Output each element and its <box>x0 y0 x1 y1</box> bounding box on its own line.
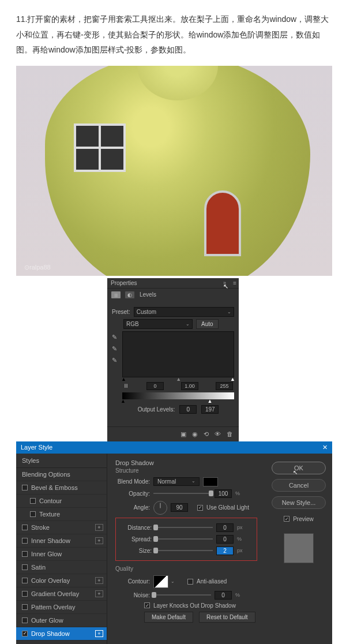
reset-default-button[interactable]: Reset to Default <box>199 612 255 623</box>
noise-field[interactable]: 0 <box>215 591 232 600</box>
bevel-emboss-item[interactable]: Bevel & Emboss <box>16 481 107 495</box>
angle-field[interactable]: 90 <box>171 503 188 512</box>
gradient-overlay-item[interactable]: Gradient Overlay+ <box>16 587 107 601</box>
noise-slider[interactable] <box>153 594 211 596</box>
global-light-checkbox[interactable] <box>197 505 203 511</box>
preview-swatch <box>284 533 314 563</box>
blend-mode-dropdown[interactable]: Normal⌄ <box>153 477 200 486</box>
add-icon[interactable]: + <box>95 524 103 531</box>
eyedropper-gray-icon[interactable]: ✎ <box>112 345 119 352</box>
new-style-button[interactable]: New Style... <box>272 496 326 509</box>
checkbox[interactable] <box>22 578 28 583</box>
distance-field[interactable]: 0 <box>216 523 234 532</box>
distance-slider[interactable] <box>155 527 213 528</box>
size-slider[interactable] <box>155 550 213 551</box>
output-black-field[interactable]: 0 <box>179 405 197 414</box>
input-white-field[interactable]: 255 <box>216 382 233 390</box>
contour-picker[interactable] <box>153 575 168 588</box>
color-overlay-item[interactable]: Color Overlay+ <box>16 574 107 587</box>
checkbox[interactable] <box>22 617 28 623</box>
input-black-field[interactable]: 0 <box>146 382 164 390</box>
output-white-field[interactable]: 197 <box>201 405 219 414</box>
styles-list: Styles Blending Options Bevel & Emboss C… <box>16 454 107 644</box>
drop-shadow-item[interactable]: Drop Shadow+ <box>16 627 107 641</box>
add-icon[interactable]: + <box>95 577 103 584</box>
antialiased-checkbox[interactable] <box>187 579 193 585</box>
outer-glow-item[interactable]: Outer Glow <box>16 614 107 627</box>
global-light-label: Use Global Light <box>206 504 249 511</box>
checkbox[interactable] <box>22 525 28 530</box>
checkbox[interactable] <box>22 485 28 491</box>
angle-label: Angle: <box>115 504 150 511</box>
checkbox[interactable] <box>22 538 28 544</box>
reset-icon[interactable]: ⟲ <box>204 430 209 438</box>
pattern-overlay-item[interactable]: Pattern Overlay <box>16 601 107 614</box>
make-default-button[interactable]: Make Default <box>144 612 193 623</box>
checkbox[interactable] <box>30 498 36 504</box>
clip-icon[interactable]: ▣ <box>180 430 186 438</box>
stroke-item[interactable]: Stroke+ <box>16 521 107 534</box>
mask-icon[interactable]: ◐ <box>125 291 135 299</box>
panel-menu-icon[interactable]: ≡ <box>233 280 236 286</box>
spread-field[interactable]: 0 <box>216 535 234 544</box>
cursor-icon: ↖ <box>223 283 228 290</box>
add-icon[interactable]: + <box>95 630 103 637</box>
checkbox[interactable] <box>22 551 28 557</box>
dialog-titlebar[interactable]: Layer Style ✕ <box>16 441 332 454</box>
watermark-text: ⊙ralpa88 <box>24 264 51 271</box>
knockout-checkbox[interactable] <box>144 602 150 608</box>
checkbox[interactable] <box>22 631 28 636</box>
contour-item[interactable]: Contour <box>16 495 107 508</box>
satin-item[interactable]: Satin <box>16 561 107 574</box>
shadow-color-swatch[interactable] <box>203 477 218 486</box>
contour-label: Contour: <box>115 578 150 585</box>
quality-label: Quality <box>115 566 257 572</box>
cancel-button[interactable]: Cancel <box>272 479 326 492</box>
output-label: Output Levels: <box>138 406 175 413</box>
opacity-slider[interactable] <box>153 493 211 494</box>
size-field[interactable]: 2 <box>216 546 234 555</box>
structure-label: Structure <box>115 467 257 474</box>
inner-shadow-item[interactable]: Inner Shadow+ <box>16 534 107 548</box>
channel-dropdown[interactable]: RGB ⌄ <box>123 319 193 329</box>
checkbox[interactable] <box>22 604 28 610</box>
angle-dial[interactable] <box>153 501 167 515</box>
checkbox[interactable] <box>22 564 28 570</box>
preview-checkbox[interactable] <box>284 516 289 522</box>
dialog-actions: OK ↖ Cancel New Style... Preview <box>265 454 332 644</box>
chevron-down-icon: ⌄ <box>186 321 190 327</box>
preview-label: Preview <box>293 516 314 522</box>
add-icon[interactable]: + <box>95 590 103 597</box>
levels-icon: ⫼ <box>123 382 129 390</box>
preset-dropdown[interactable]: Custom ⌄ <box>134 307 234 317</box>
blending-options-item[interactable]: Blending Options <box>16 468 107 481</box>
checkbox[interactable] <box>22 591 28 597</box>
levels-preset-icon[interactable]: ⫼ <box>111 291 121 299</box>
inner-glow-item[interactable]: Inner Glow <box>16 548 107 561</box>
properties-title: Properties <box>111 280 137 286</box>
auto-button[interactable]: Auto <box>196 319 219 329</box>
output-gradient[interactable]: ▲ ▲ <box>122 392 234 399</box>
highlighted-params: Distance: 0 px Spread: 0 % Size: 2 px <box>115 518 257 561</box>
adjustment-tabs: ⫼ ◐ Levels <box>107 289 239 301</box>
ok-button[interactable]: OK ↖ <box>272 462 326 474</box>
close-icon[interactable]: ✕ <box>322 444 328 451</box>
opacity-field[interactable]: 100 <box>215 489 232 498</box>
channel-value: RGB <box>126 321 139 327</box>
chevron-down-icon: ⌄ <box>227 309 231 314</box>
spread-slider[interactable] <box>155 538 213 540</box>
texture-item[interactable]: Texture <box>16 508 107 521</box>
output-black-slider[interactable]: ▲ <box>121 398 126 404</box>
add-icon[interactable]: + <box>95 537 103 544</box>
checkbox[interactable] <box>30 511 36 517</box>
view-previous-icon[interactable]: ◉ <box>192 430 198 438</box>
input-mid-field[interactable]: 1.00 <box>181 382 198 390</box>
output-white-slider[interactable]: ▲ <box>207 398 212 404</box>
visibility-icon[interactable]: 👁 <box>215 430 221 438</box>
eyedropper-white-icon[interactable]: ✎ <box>112 357 119 364</box>
histogram[interactable]: ▲ ▲ ▲ <box>122 331 234 377</box>
tutorial-step-text: 11.打开窗的素材，把窗子用套索工具抠出来。放在梨子上面，重命名为window，… <box>0 0 346 63</box>
trash-icon[interactable]: 🗑 <box>227 430 233 438</box>
drop-shadow-settings: Drop Shadow Structure Blend Mode: Normal… <box>107 454 265 644</box>
eyedropper-black-icon[interactable]: ✎ <box>112 334 119 340</box>
